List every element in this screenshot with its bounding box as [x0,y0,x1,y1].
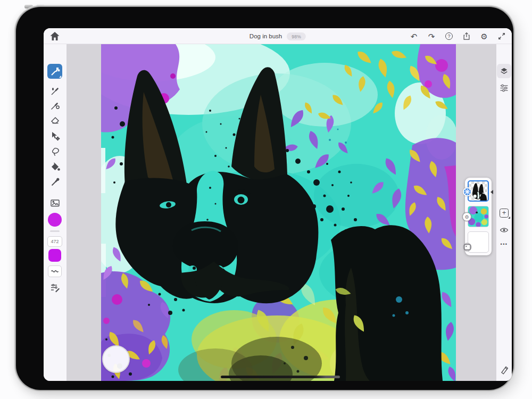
layer-adjust-badge[interactable]: ⚙ [462,212,471,221]
fill-color-swatch[interactable] [48,249,61,262]
layer-more-options[interactable]: ••• [497,242,511,247]
touch-shortcut-button[interactable] [102,345,130,373]
settings-gear-icon[interactable]: ⚙ [479,31,489,41]
help-icon[interactable]: ? [444,31,454,41]
layer-handle-arrow [491,190,493,194]
document-title: Dog in bush [250,33,282,39]
tool-options-corner [59,76,61,78]
zoom-level-badge[interactable]: 98% [287,32,306,40]
tool-fill[interactable] [49,161,61,172]
stroke-smoothing-wave-icon[interactable] [48,265,62,277]
layers-thumbnail-panel: ⚙ [465,178,492,255]
layer-visibility-eye-icon[interactable] [500,226,509,233]
tool-eraser[interactable] [49,115,61,126]
app-screen: Dog in bush 98% ↶ ↷ ? ⚙ [44,28,512,381]
adjustments-icon[interactable] [499,83,509,93]
ipad-device-frame: Dog in bush 98% ↶ ↷ ? ⚙ [16,7,513,390]
tool-lasso[interactable] [49,146,61,157]
layer-thumbnail-dog[interactable] [468,180,489,202]
rail-divider [50,230,60,232]
selected-layer-badge[interactable] [463,187,472,196]
undo-icon[interactable]: ↶ [409,31,419,41]
tool-pixel-brush[interactable] [47,64,62,79]
tool-move[interactable] [49,130,61,142]
add-layer-button[interactable]: + [500,209,509,218]
layer-thumbnail-background[interactable]: ⚙ [468,206,489,227]
top-toolbar: Dog in bush 98% ↶ ↷ ? ⚙ [44,28,512,44]
tool-live-watercolor-brush[interactable] [49,86,61,97]
expand-icon[interactable] [497,31,506,41]
artwork-canvas[interactable] [101,44,456,381]
home-indicator-bar[interactable] [221,376,340,378]
primary-color-dot[interactable] [48,213,62,227]
layer-reference-badge[interactable] [463,243,471,251]
redo-icon[interactable]: ↷ [427,31,436,41]
home-icon[interactable] [49,31,60,41]
add-layer-options-corner [508,217,510,219]
brush-settings-sliders-icon[interactable] [49,282,61,293]
canvas-workspace[interactable] [66,44,496,381]
brush-size-field[interactable]: 472 [47,236,62,247]
tool-mixer-brush[interactable] [49,100,61,111]
stylus-icon[interactable] [499,364,509,375]
layers-panel-button[interactable] [497,64,511,78]
right-panel-rail: + ••• [496,44,512,381]
left-tool-rail: 472 [44,44,66,381]
share-icon[interactable] [462,31,471,41]
tool-place-image[interactable] [49,197,61,209]
layer-thumbnail-empty[interactable] [468,231,489,253]
tool-eyedropper[interactable] [49,177,61,188]
dog-in-bush-artwork [101,44,456,381]
